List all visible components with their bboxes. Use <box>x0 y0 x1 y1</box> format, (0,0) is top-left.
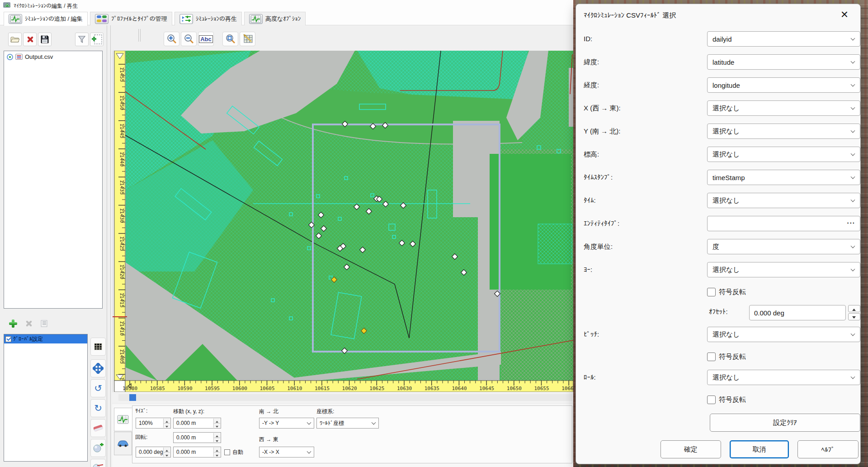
move-y-spinner[interactable]: 0.000 m <box>173 432 221 443</box>
settings-list-button[interactable] <box>37 317 51 330</box>
auto-checkbox[interactable] <box>224 449 230 455</box>
add-region-button[interactable] <box>90 33 104 46</box>
map-horizontal-scrollbar[interactable] <box>112 393 573 403</box>
combobox-value: 選択なし <box>712 330 740 339</box>
simulation-grid-icon <box>249 14 263 24</box>
svg-text:10620: 10620 <box>342 386 357 391</box>
x-west-east-combobox[interactable]: 選択なし <box>707 100 860 116</box>
scrollbar-handle[interactable] <box>129 394 136 401</box>
west-east-combobox[interactable]: -X -> X <box>259 447 314 457</box>
rotate-cw-button[interactable]: ↻ <box>90 399 106 417</box>
timestamp-combobox[interactable]: timeStamp <box>707 170 860 185</box>
delete-file-button[interactable] <box>23 33 37 46</box>
move-x-spinner[interactable]: 0.000 m <box>173 418 221 429</box>
angle-unit-combobox[interactable]: 度 <box>707 239 860 254</box>
field-label: ｴﾝﾃｨﾃｨﾀｲﾌﾟ: <box>584 219 619 227</box>
tab-2[interactable]: ﾌﾟﾛﾌｧｲﾙとﾀｲﾌﾟの管理 <box>90 12 172 25</box>
panel-splitter[interactable] <box>107 25 111 467</box>
svg-text:10600: 10600 <box>232 386 247 391</box>
move-label: 移動 (x, y, z): <box>173 408 204 415</box>
zoom-region-button[interactable] <box>222 32 238 46</box>
y-south-north-combobox[interactable]: 選択なし <box>707 124 860 139</box>
grid-button[interactable] <box>90 338 106 356</box>
tab-label: ｼﾐｭﾚｰｼｮﾝの追加 / 編集 <box>25 15 83 23</box>
spinner-buttons[interactable] <box>848 305 860 320</box>
id-combobox[interactable]: dailyid <box>707 31 860 47</box>
scrollbar-track[interactable] <box>118 394 572 401</box>
labels-button[interactable]: Abc <box>198 32 214 46</box>
add-sphere-button[interactable] <box>90 439 106 457</box>
grid-edit-button[interactable] <box>240 32 255 46</box>
combobox-value: latitude <box>712 58 734 66</box>
help-button[interactable]: ﾍﾙﾌﾟ <box>797 440 859 458</box>
tab-3[interactable]: ｼﾐｭﾚｰｼｮﾝの再生 <box>175 12 242 25</box>
tab-4[interactable]: 高度なｵﾌﾟｼｮﾝ <box>244 12 306 25</box>
save-button[interactable] <box>38 33 52 46</box>
svg-text:11435: 11435 <box>119 180 125 195</box>
auto-checkbox-row[interactable]: 自動 <box>224 448 243 456</box>
elevation-combobox[interactable]: 選択なし <box>707 147 860 162</box>
checkbox-row-yaw-invert: 符号反転 <box>576 285 860 305</box>
remove-settings-button[interactable] <box>22 317 35 330</box>
file-tree[interactable]: Output.csv <box>4 51 103 309</box>
measure-button[interactable] <box>90 459 106 467</box>
tab-bar: ｼﾐｭﾚｰｼｮﾝの追加 / 編集ﾌﾟﾛﾌｧｲﾙとﾀｲﾌﾟの管理ｼﾐｭﾚｰｼｮﾝの… <box>0 11 576 25</box>
coord-combobox[interactable]: ﾜｰﾙﾄﾞ座標 <box>316 418 379 429</box>
time-combobox[interactable]: 選択なし <box>707 193 860 208</box>
map-canvas[interactable]: 1145511450114451144011435114301142511420… <box>112 51 573 392</box>
spin-up-icon[interactable] <box>848 305 860 312</box>
field-row-longitude: 経度:longitude <box>576 77 860 100</box>
pitch-combobox[interactable]: 選択なし <box>707 327 860 342</box>
south-north-combobox[interactable]: -Y -> Y <box>259 418 314 429</box>
settings-list[interactable]: ｸﾞﾛｰﾊﾞﾙ設定 <box>4 334 88 462</box>
roll-invert-checkbox[interactable] <box>707 396 716 404</box>
open-folder-icon <box>10 36 19 43</box>
eraser-button[interactable] <box>90 419 106 437</box>
replay-icon <box>179 14 193 24</box>
cancel-button[interactable]: 取消 <box>730 440 789 458</box>
yaw-combobox[interactable]: 選択なし <box>707 262 860 277</box>
close-icon[interactable]: × <box>837 7 852 22</box>
profiles-cars-icon <box>95 14 108 24</box>
rotate-spinner[interactable]: 0.000 deg <box>136 447 171 457</box>
spinner-value: 0.000 deg <box>754 309 784 317</box>
confirm-button[interactable]: 確定 <box>660 440 721 458</box>
zoom-in-button[interactable] <box>164 32 179 46</box>
toolbar-grip[interactable] <box>138 29 141 42</box>
longitude-combobox[interactable]: longitude <box>707 77 860 93</box>
zoom-out-button[interactable] <box>181 32 197 46</box>
size-spinner[interactable]: 100% <box>136 418 171 429</box>
field-row-yaw: ﾖｰ:選択なし <box>576 262 860 285</box>
add-settings-button[interactable] <box>6 317 20 330</box>
csv-file-icon <box>15 54 23 60</box>
chevron-down-icon <box>851 82 855 87</box>
settings-list-item[interactable]: ｸﾞﾛｰﾊﾞﾙ設定 <box>4 334 87 343</box>
filter-button[interactable] <box>75 33 89 46</box>
clear-settings-button[interactable]: 設定ｸﾘｱ <box>710 414 860 432</box>
simulation-grid-icon <box>9 14 22 24</box>
spin-down-icon[interactable] <box>848 313 860 320</box>
offset-spinner[interactable]: 0.000 deg <box>749 305 846 320</box>
tree-item[interactable]: Output.csv <box>4 51 102 61</box>
roll-combobox[interactable]: 選択なし <box>707 370 860 385</box>
svg-text:10645: 10645 <box>479 386 494 391</box>
latitude-combobox[interactable]: latitude <box>707 54 860 70</box>
settings-item-checkbox[interactable] <box>5 336 11 342</box>
radio-selected-icon[interactable] <box>7 54 13 60</box>
field-row-roll: ﾛｰﾙ:選択なし <box>576 370 860 393</box>
tab-vehicle-transform[interactable] <box>114 432 132 455</box>
svg-text:10590: 10590 <box>177 386 192 391</box>
tab-global-transform[interactable] <box>114 408 132 431</box>
move-button[interactable] <box>90 359 106 377</box>
entity-type-field[interactable]: ... <box>707 216 860 231</box>
tab-1[interactable]: ｼﾐｭﾚｰｼｮﾝの追加 / 編集 <box>4 12 88 26</box>
svg-text:11420: 11420 <box>119 264 125 279</box>
yaw-invert-checkbox[interactable] <box>707 288 716 296</box>
label-abc-icon: Abc <box>199 35 213 43</box>
svg-text:10640: 10640 <box>452 386 467 391</box>
rotate-ccw-button[interactable]: ↺ <box>90 379 106 397</box>
browse-ellipsis-button[interactable]: ... <box>847 217 855 225</box>
pitch-invert-checkbox[interactable] <box>707 353 716 361</box>
move-z-spinner[interactable]: 0.000 m <box>173 447 221 457</box>
open-file-button[interactable] <box>8 33 22 46</box>
